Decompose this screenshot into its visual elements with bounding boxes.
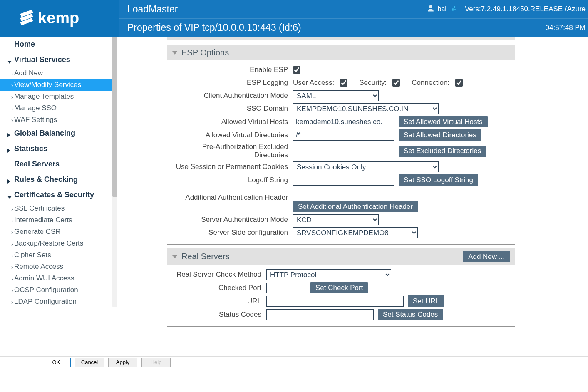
page-title: Properties of VIP tcp/10.0.0.10:443 (Id:… (127, 22, 301, 33)
cancel-button[interactable]: Cancel (75, 358, 104, 367)
product-title: LoadMaster (127, 4, 178, 15)
nav-label: Cipher Sets (14, 251, 51, 259)
check-method-label: Real Server Check Method (171, 270, 266, 279)
addl-auth-header-label: Additional Authentication Header (171, 188, 293, 202)
set-allowed-dirs-button[interactable]: Set Allowed Directories (399, 129, 481, 141)
nav-sub-manage-templates[interactable]: ›Manage Templates (0, 91, 112, 102)
esp-logging-label: ESP Logging (171, 79, 293, 87)
log-user-checkbox[interactable] (340, 79, 347, 87)
sso-domain-label: SSO Domain (171, 104, 293, 113)
real-servers-title: Real Servers (181, 252, 230, 261)
nav-sub-ssl-certificates[interactable]: ›SSL Certificates (0, 203, 112, 214)
server-side-cfg-select[interactable]: SRVSCONFIGKEMPDEMO8 (293, 227, 418, 238)
sso-domain-select[interactable]: KEMPDEMO10.SUNESHES.CO.IN (293, 103, 439, 114)
apply-button[interactable]: Apply (108, 358, 137, 367)
chevron-right-icon: › (11, 117, 13, 124)
logoff-string-input[interactable] (293, 175, 394, 186)
check-method-select[interactable]: HTTP Protocol (266, 269, 391, 280)
nav-label: Statistics (14, 144, 47, 153)
nav-label: SSL Certificates (14, 204, 65, 212)
logoff-string-label: Logoff String (171, 176, 293, 184)
allowed-vdirs-input[interactable] (293, 130, 394, 141)
enable-esp-checkbox[interactable] (293, 66, 300, 74)
svg-text:kemp: kemp (38, 9, 79, 27)
url-input[interactable] (266, 296, 404, 307)
chevron-down-icon (172, 51, 177, 55)
set-url-button[interactable]: Set URL (408, 295, 444, 307)
nav-top-statistics[interactable]: Statistics (0, 141, 112, 156)
nav-sub-cipher-sets[interactable]: ›Cipher Sets (0, 249, 112, 261)
esp-options-header[interactable]: ESP Options (167, 45, 515, 60)
chevron-right-icon: › (11, 264, 13, 270)
chevron-right-icon (7, 177, 10, 186)
server-auth-label: Server Authentication Mode (171, 216, 293, 224)
nav-label: Real Servers (14, 160, 60, 168)
nav-top-virtual-services[interactable]: Virtual Services (0, 52, 112, 67)
nav-top-global-balancing[interactable]: Global Balancing (0, 126, 112, 141)
chevron-right-icon: › (11, 241, 13, 247)
preauth-excl-label: Pre-Authorization Excluded Directories (171, 143, 293, 159)
nav-sub-backup-restore-certs[interactable]: ›Backup/Restore Certs (0, 238, 112, 249)
nav-label: Add New (14, 69, 43, 77)
status-codes-label: Status Codes (171, 310, 266, 319)
log-connection-checkbox[interactable] (455, 79, 463, 87)
allowed-vhosts-input[interactable] (293, 117, 394, 127)
help-button[interactable]: Help (141, 358, 171, 367)
status-codes-input[interactable] (266, 309, 374, 320)
set-check-port-button[interactable]: Set Check Port (310, 282, 368, 293)
server-side-cfg-label: Server Side configuration (171, 228, 293, 237)
nav-label: LDAP Configuration (14, 298, 77, 305)
nav-sub-admin-wui-access[interactable]: ›Admin WUI Access (0, 273, 112, 284)
chevron-down-icon (7, 192, 12, 201)
nav-sub-generate-csr[interactable]: ›Generate CSR (0, 226, 112, 238)
ok-button[interactable]: OK (42, 358, 71, 367)
set-status-codes-button[interactable]: Set Status Codes (378, 309, 443, 320)
nav-top-home[interactable]: Home (0, 37, 112, 52)
nav-label: Backup/Restore Certs (14, 239, 83, 247)
chevron-right-icon (7, 146, 10, 155)
nav-sub-intermediate-certs[interactable]: ›Intermediate Certs (0, 214, 112, 226)
addl-auth-header-input[interactable] (293, 188, 394, 198)
nav-sub-waf-settings[interactable]: ›WAF Settings (0, 114, 112, 126)
nav-sub-manage-sso[interactable]: ›Manage SSO (0, 102, 112, 114)
chevron-right-icon: › (11, 275, 13, 282)
real-servers-panel: Real Servers Add New ... Real Server Che… (167, 248, 515, 327)
nav-sub-ldap-configuration[interactable]: ›LDAP Configuration (0, 296, 112, 307)
real-servers-header[interactable]: Real Servers Add New ... (167, 248, 515, 265)
chevron-right-icon: › (11, 94, 13, 100)
set-addl-auth-header-button[interactable]: Set Additional Authentication Header (293, 201, 418, 212)
checked-port-input[interactable] (266, 283, 306, 293)
nav-label: Remote Access (14, 263, 63, 270)
log-user-label: User Access: (293, 79, 334, 87)
set-logoff-string-button[interactable]: Set SSO Logoff String (399, 174, 478, 186)
nav-label: Certificates & Security (14, 191, 94, 199)
server-auth-select[interactable]: KCD (293, 214, 379, 225)
preauth-excl-input[interactable] (293, 146, 394, 156)
nav-sub-ocsp-configuration[interactable]: ›OCSP Configuration (0, 284, 112, 296)
nav-label: WAF Settings (14, 116, 57, 124)
chevron-down-icon (172, 255, 177, 258)
sidebar-scroll-thumb[interactable] (112, 37, 117, 197)
transfer-icon[interactable] (450, 5, 457, 14)
set-allowed-vhosts-button[interactable]: Set Allowed Virtual Hosts (399, 116, 488, 127)
nav-sub-view-modify-services[interactable]: ›View/Modify Services (0, 79, 112, 91)
chevron-right-icon: › (11, 206, 13, 212)
cookies-label: Use Session or Permanent Cookies (171, 163, 293, 171)
kemp-logo-icon: kemp (18, 6, 101, 31)
cookies-select[interactable]: Session Cookies Only (293, 161, 439, 172)
nav-sub-add-new[interactable]: ›Add New (0, 67, 112, 79)
nav-label: Home (14, 40, 35, 48)
client-auth-select[interactable]: SAML (293, 90, 379, 101)
prev-section-header[interactable] (167, 37, 515, 40)
nav-top-certificates-security[interactable]: Certificates & Security (0, 187, 112, 203)
sidebar-nav: HomeVirtual Services›Add New›View/Modify… (0, 37, 112, 307)
chevron-right-icon: › (11, 229, 13, 236)
brand-logo: kemp (0, 0, 119, 37)
nav-label: Admin WUI Access (14, 274, 74, 282)
set-excluded-dirs-button[interactable]: Set Excluded Directories (399, 146, 486, 157)
nav-top-real-servers[interactable]: Real Servers (0, 156, 112, 172)
log-security-checkbox[interactable] (392, 79, 400, 87)
nav-sub-remote-access[interactable]: ›Remote Access (0, 261, 112, 273)
add-real-server-button[interactable]: Add New ... (463, 251, 510, 262)
nav-top-rules-checking[interactable]: Rules & Checking (0, 172, 112, 187)
